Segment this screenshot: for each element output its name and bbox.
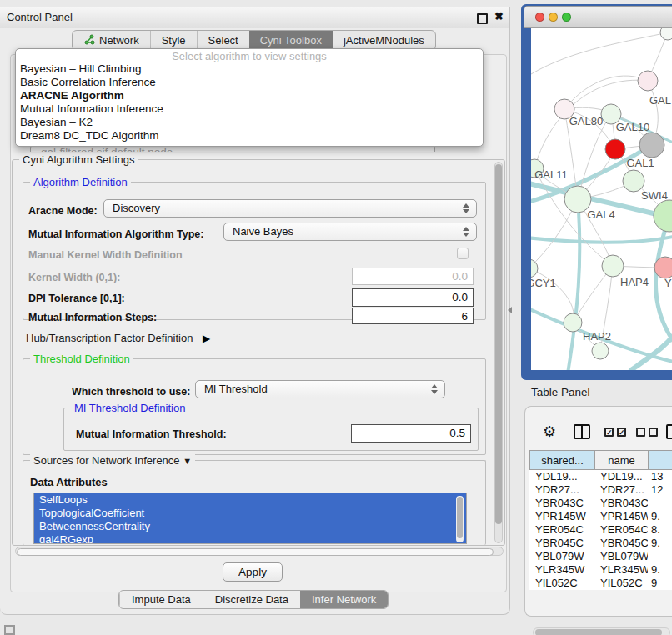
hub-factor-expander[interactable]: Hub/Transcription Factor Definition ▶ bbox=[26, 332, 210, 344]
algorithm-option[interactable]: Mutual Information Inference bbox=[16, 102, 483, 116]
close-icon[interactable]: ✖ bbox=[494, 10, 504, 22]
network-node[interactable] bbox=[592, 342, 609, 359]
table-horizontal-scrollbar[interactable] bbox=[533, 628, 670, 635]
combo-stepper-icon bbox=[463, 202, 470, 214]
attribute-item[interactable]: TopologicalCoefficient bbox=[34, 507, 466, 520]
cell-shared-name: YER054C bbox=[529, 523, 594, 537]
table-function-icon[interactable] bbox=[666, 424, 672, 439]
threshold-definition-title: Threshold Definition bbox=[30, 352, 133, 365]
cyni-tab[interactable]: Infer Network bbox=[300, 591, 388, 608]
float-window-icon[interactable] bbox=[477, 13, 488, 24]
collapse-down-icon[interactable]: ▼ bbox=[183, 456, 192, 466]
apply-button[interactable]: Apply bbox=[223, 562, 283, 582]
kernel-width-field[interactable]: 0.0 bbox=[352, 268, 474, 285]
mi-threshold-field[interactable]: 0.5 bbox=[351, 424, 471, 442]
table-row[interactable]: YDL19... YDL19... 13 bbox=[529, 470, 672, 483]
algorithm-definition-title: Algorithm Definition bbox=[30, 176, 131, 188]
network-node[interactable] bbox=[638, 71, 658, 91]
column-header-name[interactable]: name bbox=[594, 451, 648, 469]
unchecked-checkbox-icon[interactable] bbox=[649, 428, 658, 437]
table-row[interactable]: YBR043C YBR043C bbox=[529, 497, 672, 510]
list-scrollbar[interactable] bbox=[456, 496, 464, 542]
attribute-item[interactable]: gal4RGexp bbox=[34, 533, 466, 544]
aracne-mode-combo[interactable]: Discovery bbox=[103, 199, 477, 218]
tab[interactable]: Style bbox=[150, 31, 197, 50]
network-edge[interactable] bbox=[631, 328, 672, 370]
data-attributes-label: Data Attributes bbox=[30, 476, 108, 488]
mi-threshold-group: MI Threshold Definition Mutual Informati… bbox=[63, 408, 479, 451]
minimized-panel-icon[interactable] bbox=[4, 625, 15, 635]
network-node[interactable] bbox=[654, 200, 672, 232]
tab-label: Style bbox=[162, 34, 186, 47]
zoom-traffic-light[interactable] bbox=[562, 12, 571, 22]
network-node[interactable] bbox=[639, 132, 664, 158]
table-panel: ⚙ ✓ ✓ shared... name YDL19... YDL19... 1… bbox=[524, 406, 672, 617]
attribute-item[interactable]: BetweennessCentrality bbox=[34, 520, 466, 533]
network-node[interactable] bbox=[531, 259, 538, 278]
network-node[interactable] bbox=[660, 28, 672, 40]
minimize-traffic-light[interactable] bbox=[549, 12, 558, 22]
cell-value bbox=[648, 550, 672, 563]
table-row[interactable]: YBR045C YBR045C 9. bbox=[529, 537, 672, 550]
attribute-item[interactable]: SelfLoops bbox=[34, 493, 466, 507]
algorithm-option[interactable]: Basic Correlation Inference bbox=[16, 76, 483, 89]
table-row[interactable]: YDR27... YDR27... 12 bbox=[529, 483, 672, 497]
network-edge[interactable] bbox=[564, 76, 648, 109]
cell-name: YBR043C bbox=[594, 497, 648, 510]
dpi-tolerance-field[interactable]: 0.0 bbox=[352, 288, 474, 307]
table-row[interactable]: YPR145W YPR145W 9. bbox=[529, 510, 672, 523]
data-attributes-list[interactable]: SelfLoopsTopologicalCoefficientBetweenne… bbox=[33, 492, 467, 544]
close-traffic-light[interactable] bbox=[535, 12, 544, 22]
tab[interactable]: Network bbox=[73, 31, 150, 50]
network-edge[interactable] bbox=[531, 32, 668, 74]
network-edge[interactable] bbox=[568, 199, 579, 370]
panel-divider-arrow[interactable] bbox=[508, 307, 512, 313]
node-label: HAP4 bbox=[620, 276, 649, 288]
network-node[interactable] bbox=[602, 255, 624, 277]
manual-kernel-checkbox[interactable] bbox=[457, 248, 469, 259]
table-row[interactable]: YBL079W YBL079W bbox=[529, 550, 672, 563]
expander-right-icon[interactable]: ▶ bbox=[203, 332, 210, 344]
split-columns-icon[interactable] bbox=[574, 424, 590, 439]
settings-vertical-scrollbar[interactable] bbox=[494, 162, 503, 543]
tab[interactable]: Select bbox=[197, 31, 249, 50]
cell-name: YLR345W bbox=[594, 563, 648, 577]
table-row[interactable]: YLR345W YLR345W 9. bbox=[529, 563, 672, 577]
cyni-bottom-tabbar: Impute Data Discretize Data Infer Networ… bbox=[118, 590, 389, 609]
settings-horizontal-scrollbar[interactable] bbox=[15, 547, 504, 556]
checked-checkbox-icon[interactable]: ✓ bbox=[617, 428, 626, 437]
network-canvas[interactable]: GALGAL80GAL10GAL1SWI4GAL4GAL11GCY1HAP4YH… bbox=[531, 28, 672, 370]
algorithm-option[interactable]: Dream8 DC_TDC Algorithm bbox=[16, 129, 483, 142]
node-label: GAL11 bbox=[534, 168, 568, 181]
cyni-tab-label: Impute Data bbox=[132, 593, 191, 606]
cyni-tab[interactable]: Discretize Data bbox=[203, 591, 300, 608]
attribute-items: SelfLoopsTopologicalCoefficientBetweenne… bbox=[34, 493, 466, 544]
network-node[interactable] bbox=[654, 257, 672, 278]
algorithm-option[interactable]: Bayesian – K2 bbox=[16, 116, 483, 129]
mi-steps-label: Mutual Information Steps: bbox=[28, 312, 157, 323]
mi-steps-field[interactable]: 6 bbox=[352, 308, 474, 324]
tab[interactable]: jActiveMNodules bbox=[333, 31, 435, 50]
unchecked-checkbox-icon[interactable] bbox=[636, 428, 645, 437]
sources-title-text: Sources for Network Inference bbox=[33, 454, 180, 467]
mi-type-combo[interactable]: Naive Bayes bbox=[223, 222, 477, 241]
table-row[interactable]: YER054C YER054C 8. bbox=[529, 523, 672, 537]
network-window-titlebar[interactable] bbox=[524, 6, 672, 28]
cell-shared-name: YDR27... bbox=[529, 483, 594, 497]
network-node[interactable] bbox=[605, 139, 625, 159]
gear-icon[interactable]: ⚙ bbox=[543, 424, 556, 440]
dropdown-placeholder: Select algorithm to view settings bbox=[16, 50, 483, 62]
combo-stepper-icon bbox=[431, 383, 439, 395]
algorithm-option[interactable]: Bayesian – Hill Climbing bbox=[16, 62, 483, 76]
algorithm-option[interactable]: ARACNE Algorithm bbox=[16, 89, 483, 102]
column-header-partial[interactable] bbox=[648, 451, 672, 469]
network-node[interactable] bbox=[564, 313, 582, 332]
checked-checkbox-icon[interactable]: ✓ bbox=[604, 428, 614, 437]
network-icon bbox=[84, 34, 95, 48]
cell-value: 9. bbox=[648, 563, 672, 577]
cyni-tab[interactable]: Impute Data bbox=[119, 591, 203, 608]
table-row[interactable]: YIL052C YIL052C 9 bbox=[529, 577, 672, 590]
tab[interactable]: Cyni Toolbox bbox=[249, 31, 333, 50]
column-header-shared-name[interactable]: shared... bbox=[529, 451, 594, 469]
which-threshold-combo[interactable]: MI Threshold bbox=[195, 380, 445, 398]
